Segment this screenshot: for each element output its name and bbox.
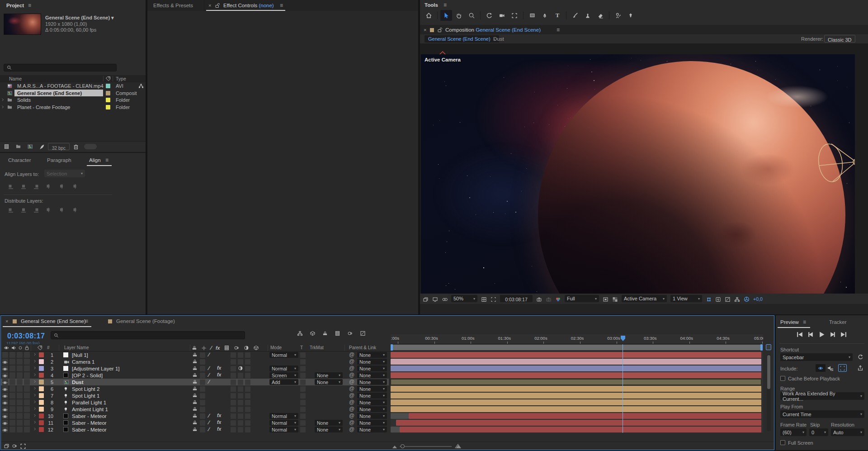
solo-toggle[interactable] <box>17 372 23 378</box>
frame-blend-toggle[interactable] <box>231 400 236 405</box>
solo-toggle[interactable] <box>17 352 23 358</box>
expander-icon[interactable] <box>33 373 37 377</box>
layer-label-chip[interactable] <box>39 413 44 418</box>
parent-dropdown[interactable]: None▾ <box>357 399 387 405</box>
orbit-camera-tool[interactable] <box>483 10 495 21</box>
quality-toggle[interactable]: ∕ <box>208 426 209 432</box>
3d-toggle[interactable] <box>245 427 250 432</box>
layer-duration-bar[interactable] <box>391 379 761 385</box>
preserve-transparency-toggle[interactable] <box>300 366 306 371</box>
timeline-tab-active[interactable]: General Scene (End Scene) <box>21 318 86 324</box>
shy-toggle[interactable] <box>192 427 198 432</box>
close-icon[interactable]: × <box>208 3 211 8</box>
distribute-icon-3[interactable] <box>42 206 55 214</box>
video-toggle[interactable] <box>2 352 8 358</box>
pick-whip-icon[interactable]: @ <box>349 413 354 419</box>
chevron-right-icon[interactable] <box>1 98 5 102</box>
flowchart-icon[interactable] <box>734 296 740 304</box>
tag-icon[interactable] <box>37 345 42 351</box>
tools-tab[interactable]: Tools <box>425 2 438 8</box>
renderer-button[interactable]: Classic 3D <box>824 35 855 43</box>
distribute-icon-5[interactable] <box>68 206 80 214</box>
shy-toggle[interactable] <box>192 352 198 357</box>
work-area-end-handle[interactable] <box>760 344 763 351</box>
play-button[interactable] <box>818 332 825 337</box>
distribute-icon-0[interactable] <box>5 206 17 214</box>
transparency-grid-icon[interactable] <box>612 296 618 304</box>
collapse-toggle[interactable] <box>200 373 205 378</box>
lock-toggle[interactable] <box>24 372 30 378</box>
motion-blur-icon[interactable] <box>347 331 353 336</box>
quality-col-icon[interactable]: ∕ <box>211 345 212 351</box>
preview-menu-icon[interactable]: ≡ <box>803 319 806 325</box>
layer-duration-bar[interactable] <box>400 427 761 432</box>
solo-toggle[interactable] <box>17 359 23 365</box>
layer-row-1[interactable]: 1[Null 1]∕Normal▾@None▾ <box>1 351 389 358</box>
layer-name[interactable]: [OP 2 - Solid] <box>72 373 103 378</box>
layer-duration-bar[interactable] <box>391 352 761 358</box>
3d-toggle[interactable] <box>245 420 250 426</box>
close-icon[interactable]: × <box>424 27 426 33</box>
clone-stamp-tool[interactable] <box>582 10 594 21</box>
blend-mode-dropdown[interactable]: Normal▾ <box>269 427 298 432</box>
quality-toggle[interactable]: ∕ <box>208 419 209 426</box>
expander-icon[interactable] <box>33 380 37 384</box>
adjustment-toggle[interactable] <box>238 366 243 371</box>
pick-whip-icon[interactable]: @ <box>349 379 354 385</box>
pick-whip-icon[interactable]: @ <box>349 399 354 405</box>
region-of-interest-icon[interactable] <box>491 296 496 304</box>
layer-label-chip[interactable] <box>39 380 44 385</box>
comp-marker-bin-icon[interactable] <box>766 344 771 350</box>
hand-tool[interactable] <box>453 10 465 21</box>
quality-toggle[interactable]: ∕ <box>208 372 209 378</box>
comp-mini-flowchart-icon[interactable] <box>297 331 303 336</box>
project-item-name[interactable]: Solids <box>17 97 31 103</box>
eraser-tool[interactable] <box>594 10 606 21</box>
solo-toggle[interactable] <box>17 366 23 371</box>
label-color-chip[interactable] <box>106 105 110 109</box>
trash-icon[interactable] <box>73 144 79 150</box>
lock-toggle[interactable] <box>24 399 30 405</box>
expander-icon[interactable] <box>33 427 37 431</box>
layer-name[interactable]: [Adjustment Layer 1] <box>72 366 119 371</box>
blend-mode-dropdown[interactable]: Normal▾ <box>269 413 298 419</box>
collapse-toggle[interactable] <box>200 366 205 371</box>
video-toggle[interactable] <box>2 379 8 385</box>
distribute-icon-1[interactable] <box>17 206 30 214</box>
play-from-dropdown[interactable]: Current Time▾ <box>780 410 864 418</box>
parent-dropdown[interactable]: None▾ <box>357 406 387 412</box>
preserve-transparency-toggle[interactable] <box>300 386 306 392</box>
draft-3d-icon[interactable] <box>310 331 316 336</box>
collapse-toggle[interactable] <box>200 393 205 399</box>
include-audio-muted-icon[interactable] <box>827 365 833 371</box>
layer-row-4[interactable]: 4[OP 2 - Solid]∕fxScreen▾None▾@None▾ <box>1 372 389 379</box>
mask-visibility-icon[interactable] <box>442 296 448 304</box>
tab-tracker[interactable]: Tracker <box>829 319 847 325</box>
transfer-controls-icon[interactable] <box>12 443 18 449</box>
3d-toggle[interactable] <box>245 400 250 405</box>
chevron-right-icon[interactable] <box>1 105 5 109</box>
expander-icon[interactable] <box>33 414 37 418</box>
video-toggle[interactable] <box>2 359 8 365</box>
expander-icon[interactable] <box>33 366 37 370</box>
motion-blur-toggle[interactable] <box>238 380 243 385</box>
tab-effects-presets[interactable]: Effects & Presets <box>153 3 193 8</box>
preserve-transparency-toggle[interactable] <box>300 400 306 405</box>
fx-badge[interactable]: fx <box>217 365 221 370</box>
layer-duration-bar[interactable] <box>409 413 761 419</box>
timeline-tab-inactive[interactable]: General Scene (Footage) <box>116 318 175 324</box>
solo-toggle[interactable] <box>17 413 23 419</box>
fx-badge[interactable]: fx <box>217 372 221 377</box>
col-t[interactable]: T <box>300 345 303 350</box>
project-item-name[interactable]: Planet - Create Footage <box>17 104 70 110</box>
parent-dropdown[interactable]: None▾ <box>357 366 387 371</box>
align-icon-4[interactable] <box>55 183 68 190</box>
camera-wireframe-icon[interactable] <box>816 139 855 186</box>
audio-toggle[interactable] <box>9 359 15 365</box>
layer-duration-bar[interactable] <box>391 359 761 365</box>
fx-col-icon[interactable]: fx <box>216 345 220 351</box>
layer-duration-bar[interactable] <box>396 420 761 426</box>
blend-mode-dropdown[interactable]: Normal▾ <box>269 366 298 371</box>
layer-row-5[interactable]: 5Dust∕Add▾None▾@None▾ <box>1 379 389 385</box>
type-tool[interactable]: T <box>552 10 563 21</box>
